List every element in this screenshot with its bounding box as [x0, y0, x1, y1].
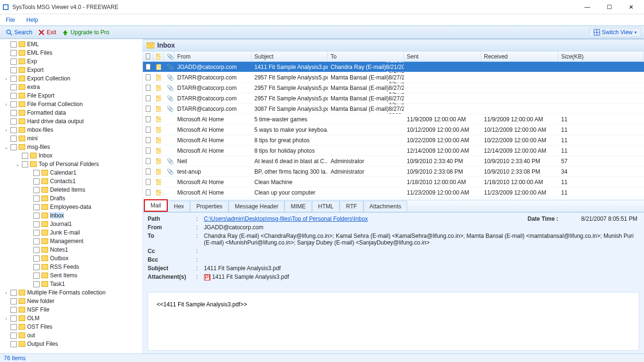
tree-item[interactable]: Hard drive data output	[0, 117, 142, 126]
tree-item[interactable]: File Export	[0, 91, 142, 100]
message-row[interactable]: 📎DTARR@catocorp.com2957 Fit Sample Analy…	[143, 83, 644, 93]
minimize-button[interactable]: —	[576, 0, 598, 14]
tree-checkbox[interactable]	[10, 110, 17, 116]
tree-item[interactable]: NSF File	[0, 305, 142, 314]
tree-item[interactable]: Journal1	[0, 220, 142, 228]
tree-item[interactable]: ›Multiple File Formats collection	[0, 288, 142, 297]
tree-item[interactable]: Contacts1	[0, 177, 142, 186]
checkbox-all[interactable]	[146, 53, 150, 59]
menu-help[interactable]: Help	[26, 17, 38, 23]
message-row[interactable]: Microsoft At HomeClean up your computer1…	[143, 187, 644, 198]
tab-hex[interactable]: Hex	[168, 201, 190, 212]
tree-checkbox[interactable]	[10, 50, 17, 56]
tree-item[interactable]: Sent Items	[0, 271, 142, 280]
tree-item[interactable]: Employees-data	[0, 203, 142, 211]
row-checkbox[interactable]	[146, 74, 151, 80]
tab-message-header[interactable]: Message Header	[229, 201, 284, 212]
tree-checkbox[interactable]	[33, 230, 40, 236]
tree-item[interactable]: ⌄msg-files	[0, 143, 142, 151]
tree-checkbox[interactable]	[10, 144, 17, 150]
tab-rtf[interactable]: RTF	[340, 201, 363, 212]
tree-item[interactable]: ⌄Top of Personal Folders	[0, 160, 142, 168]
message-row[interactable]: 📎DTARR@catocorp.com2957 Fit Sample Analy…	[143, 93, 644, 104]
detail-attachments[interactable]: PDF 1411 Fit Sample Analysis3.pdf	[204, 274, 639, 281]
tree-item[interactable]: Task1	[0, 280, 142, 288]
tab-mime[interactable]: MIME	[284, 201, 312, 212]
tree-item[interactable]: EML	[0, 40, 142, 49]
row-checkbox[interactable]	[146, 168, 151, 175]
row-checkbox[interactable]	[146, 85, 151, 91]
tree-checkbox[interactable]	[10, 101, 17, 108]
tree-checkbox[interactable]	[10, 136, 17, 142]
tab-mail[interactable]: Mail	[144, 199, 168, 212]
tree-checkbox[interactable]	[33, 170, 40, 176]
tree-checkbox[interactable]	[33, 273, 40, 279]
tree-checkbox[interactable]	[10, 290, 17, 296]
tree-checkbox[interactable]	[33, 281, 40, 287]
col-size[interactable]: Size(KB)	[558, 51, 644, 61]
tree-item[interactable]: Calendar1	[0, 168, 142, 177]
tree-checkbox[interactable]	[33, 247, 40, 253]
message-row[interactable]: Microsoft At Home8 tips for holiday phot…	[143, 146, 644, 156]
row-checkbox[interactable]	[146, 137, 151, 143]
tree-checkbox[interactable]	[33, 196, 40, 202]
row-checkbox[interactable]	[146, 64, 151, 70]
tree-item[interactable]: Inbox	[0, 151, 142, 160]
tree-item[interactable]: Exp	[0, 57, 142, 66]
tree-item[interactable]: mini	[0, 134, 142, 143]
chevron-icon[interactable]: ›	[4, 127, 9, 133]
tree-checkbox[interactable]	[33, 238, 40, 245]
row-checkbox[interactable]	[146, 179, 151, 185]
col-received[interactable]: Received	[481, 51, 558, 61]
row-checkbox[interactable]	[146, 189, 151, 196]
tree-checkbox[interactable]	[10, 84, 17, 90]
message-row[interactable]: 📎DTARR@catocorp.com3087 Fit Sample Analy…	[143, 104, 644, 114]
tree-checkbox[interactable]	[33, 187, 40, 193]
chevron-icon[interactable]: ›	[4, 316, 9, 321]
row-checkbox[interactable]	[146, 147, 151, 154]
search-button[interactable]: Search	[3, 28, 35, 37]
tree-checkbox[interactable]	[10, 298, 17, 304]
message-row[interactable]: 📎test-anupBP, other firms facing 300 la.…	[143, 166, 644, 177]
tree-checkbox[interactable]	[33, 264, 40, 270]
message-row[interactable]: Microsoft At Home8 tips for great photos…	[143, 135, 644, 146]
col-from[interactable]: From	[174, 51, 252, 61]
tree-item[interactable]: Output Files	[0, 340, 142, 348]
tree-checkbox[interactable]	[33, 221, 40, 227]
tab-html[interactable]: HTML	[312, 201, 340, 212]
tree-item[interactable]: Inbox	[0, 211, 142, 220]
close-button[interactable]: ✕	[620, 0, 642, 14]
chevron-icon[interactable]: ›	[4, 290, 9, 295]
tree-item[interactable]: ›mbox-files	[0, 126, 142, 134]
tree-item[interactable]: OST Files	[0, 323, 142, 331]
tree-item[interactable]: ›OLM	[0, 314, 142, 323]
message-row[interactable]: Microsoft At Home5 time-waster games11/9…	[143, 114, 644, 125]
chevron-icon[interactable]: ⌄	[15, 162, 20, 167]
tree-checkbox[interactable]	[10, 67, 17, 73]
tree-checkbox[interactable]	[10, 315, 17, 322]
folder-tree[interactable]: EMLEML FilesExpExport›Export Collectione…	[0, 39, 143, 353]
tree-item[interactable]: RSS Feeds	[0, 263, 142, 271]
tree-checkbox[interactable]	[10, 118, 17, 125]
row-checkbox[interactable]	[146, 95, 151, 101]
tree-item[interactable]: Formatted data	[0, 108, 142, 117]
tree-checkbox[interactable]	[33, 213, 40, 219]
tree-checkbox[interactable]	[10, 93, 17, 99]
tree-item[interactable]: extra	[0, 83, 142, 91]
tree-item[interactable]: Junk E-mail	[0, 228, 142, 237]
upgrade-button[interactable]: Upgrade to Pro	[59, 28, 112, 37]
col-sent[interactable]: Sent	[404, 51, 481, 61]
tree-checkbox[interactable]	[10, 41, 17, 48]
tree-checkbox[interactable]	[10, 324, 17, 330]
tree-item[interactable]: ›Export Collection	[0, 74, 142, 83]
row-checkbox[interactable]	[146, 127, 151, 133]
tree-item[interactable]: New folder	[0, 297, 142, 305]
tree-checkbox[interactable]	[33, 255, 40, 262]
tab-properties[interactable]: Properties	[190, 201, 229, 212]
tree-item[interactable]: ›File Format Collection	[0, 100, 142, 108]
tree-checkbox[interactable]	[33, 204, 40, 210]
tree-checkbox[interactable]	[33, 178, 40, 185]
col-to[interactable]: To	[328, 51, 404, 61]
exit-button[interactable]: Exit	[35, 28, 59, 37]
row-checkbox[interactable]	[146, 106, 151, 112]
